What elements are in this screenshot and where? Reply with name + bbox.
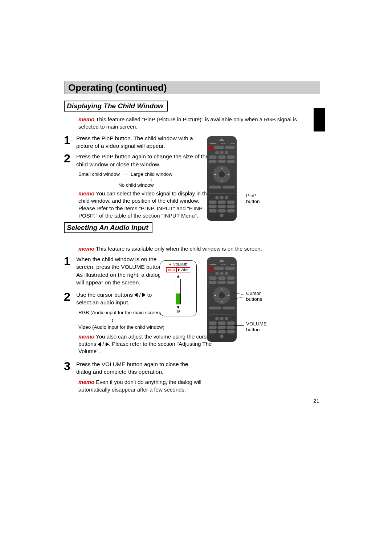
intro-a-text: This feature called "PinP (Picture in Pi… <box>78 116 297 130</box>
disc-pad-icon: ▲ ▼ ◀ ▶ <box>213 166 230 183</box>
cycle-left: Small child window <box>78 171 120 177</box>
memo-label: memo <box>78 116 94 122</box>
triangle-down-icon: ▼ <box>162 305 194 309</box>
step-b1-num: 1 <box>64 255 76 287</box>
volume-value: 16 <box>162 310 194 314</box>
memo-label: memo <box>78 190 94 197</box>
page-number: 21 <box>313 398 319 404</box>
memo-label: memo <box>78 379 94 385</box>
cursor-right-icon <box>142 293 146 297</box>
step-b2-body: Use the cursor buttons / to select an au… <box>76 291 167 307</box>
standby-button-icon <box>209 267 213 271</box>
intro-a: memo This feature called "PinP (Picture … <box>78 116 311 131</box>
audio-map-top: RGB (Audio input for the main screen) <box>78 309 324 316</box>
remote-illustration-a: STANDBYVIDEORGB ▲ ▼ ◀ ▶ <box>207 136 237 221</box>
remote-illustration-b: STANDBYVIDEORGB ▲ ▼ ◀ ▶ <box>207 257 237 342</box>
speaker-icon <box>169 263 172 266</box>
memo-label: memo <box>78 246 94 252</box>
callout-cursor: Cursor buttons <box>246 291 262 302</box>
page-title: Operating (continued) <box>64 81 320 94</box>
intro-b-text: This feature is available only when the … <box>96 246 262 252</box>
remote-emitter-icon <box>219 138 225 141</box>
triangle-up-icon: ▲ <box>162 274 194 278</box>
step-b2-num: 2 <box>64 291 76 307</box>
arrow-down-icon: ↓ <box>151 177 153 182</box>
step-b3-num: 3 <box>64 360 76 376</box>
subheading-child-window: Displaying The Child Window <box>64 101 168 112</box>
memo-label: memo <box>78 333 94 340</box>
arrow-right-icon: → <box>123 171 128 177</box>
memo-a2: memo You can select the video signal to … <box>78 190 216 219</box>
standby-button-icon <box>209 146 213 150</box>
step-b1-body: When the child window is on the screen, … <box>76 255 167 287</box>
callout-volume: VOLUME button <box>246 321 267 333</box>
step-a2-num: 2 <box>64 153 76 168</box>
osd-rgb: RGB <box>166 267 176 272</box>
osd-video: ▶Video <box>176 267 190 272</box>
memo-a2-text: You can select the video signal to displ… <box>78 190 210 219</box>
audio-map-bot: Video (Audio input for the child window) <box>78 324 324 331</box>
cycle-bottom: No child window <box>118 182 220 188</box>
step-a1-num: 1 <box>64 134 76 150</box>
arrow-up-icon: ↑ <box>115 177 117 182</box>
cursor-right-icon <box>106 342 109 347</box>
disc-pad-icon: ▲ ▼ ◀ ▶ <box>213 287 230 304</box>
intro-b: memo This feature is available only when… <box>78 246 282 252</box>
step-a2-body: Press the PinP button again to change th… <box>76 153 211 168</box>
subheading-audio-input: Selecting An Audio Input <box>64 222 152 233</box>
memo-b3: memo Even if you don't do anything, the … <box>78 378 209 393</box>
volume-bar <box>176 279 181 304</box>
memo-b2: memo You also can adjust the volume usin… <box>78 333 216 355</box>
cycle-diagram: Small child window → Large child window … <box>78 171 220 188</box>
remote-emitter-icon <box>219 259 225 262</box>
step-a1-body: Press the PinP button. The child window … <box>76 134 211 150</box>
cursor-left-icon <box>98 342 101 347</box>
cycle-right: Large child window <box>131 171 172 177</box>
cursor-left-icon <box>134 293 138 297</box>
step-b3-body: Press the VOLUME button again to close t… <box>76 360 200 376</box>
callout-pinp: PinP button <box>246 193 260 204</box>
volume-osd: VOLUME RGB ▶Video ▲ ▼ 16 <box>160 260 197 316</box>
